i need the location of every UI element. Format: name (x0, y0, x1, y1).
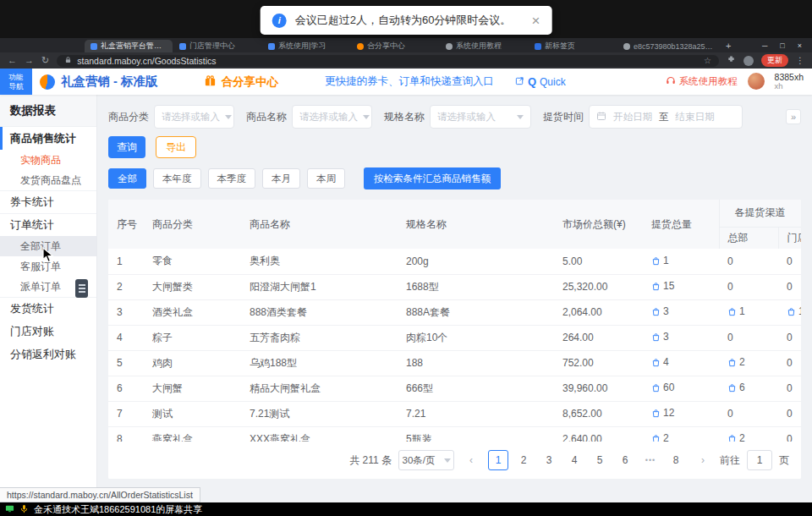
col-header-category: 商品分类 (144, 200, 241, 249)
sidebar-item[interactable]: 分销返利对账 (0, 343, 96, 365)
query-button[interactable]: 查询 (108, 136, 145, 158)
page-button[interactable]: 2 (513, 450, 534, 470)
quick-link[interactable]: Q Quick (515, 75, 566, 88)
page-button[interactable]: 3 (539, 450, 559, 470)
total-count: 共 211 条 (349, 453, 392, 468)
table-row: 1零食奥利奥200g5.00100 (108, 249, 801, 274)
category-label: 商品分类 (108, 110, 149, 124)
user-info[interactable]: 8385xh xh (775, 73, 804, 91)
browser-tab[interactable]: 合分享中心 (351, 40, 439, 52)
page-button[interactable]: 4 (564, 450, 584, 470)
page-button[interactable]: 5 (590, 450, 610, 470)
summary-button[interactable]: 按检索条件汇总商品销售额 (364, 167, 501, 189)
sidebar-item[interactable]: 券卡统计 (0, 190, 96, 213)
cell-hq: 0 (719, 249, 778, 274)
pickup-bag-icon (651, 332, 661, 342)
page-button[interactable]: 1 (488, 450, 508, 470)
prev-page-button[interactable]: ‹ (461, 450, 481, 470)
browser-update-button[interactable]: 更新 (761, 54, 788, 67)
sidebar-item[interactable]: 订单统计 (0, 213, 96, 236)
browser-profile-avatar[interactable] (743, 56, 754, 66)
tutorial-link[interactable]: 系统使用教程 (666, 75, 738, 88)
quick-filter-tab[interactable]: 本月 (262, 168, 300, 189)
sales-table: 序号 商品分类 商品名称 规格名称 市场价总额(¥) 提货总量 各提货渠道 总部… (108, 200, 801, 442)
tab-favicon-icon (91, 43, 97, 50)
product-name-select[interactable]: 请选择或输入 (292, 105, 372, 129)
pickup-bag-icon (651, 282, 661, 291)
bookmark-star-icon[interactable]: ☆ (704, 56, 711, 65)
sidebar-item[interactable]: 实物商品 (0, 150, 96, 170)
sidebar-item-label: 门店对账 (10, 324, 54, 339)
col-header-store: 门店 (778, 227, 801, 249)
url-field[interactable]: standard.maboy.cn/GoodsStatistics ☆ (57, 55, 719, 67)
browser-tab[interactable]: e8c573980b1328a258fd2e6t (617, 40, 721, 52)
page-size-select[interactable]: 30条/页 (398, 450, 454, 470)
mouse-cursor (42, 247, 54, 263)
browser-tab[interactable]: 系统使用教程 (440, 40, 528, 52)
date-range-picker[interactable]: 开始日期 至 结束日期 (589, 105, 743, 129)
user-avatar[interactable] (748, 73, 765, 90)
tab-favicon-icon (179, 43, 186, 50)
browser-tab-strip: 礼盒营销平台管理中心门店管理中心系统使用|学习合分享中心系统使用教程新标签页e8… (0, 38, 812, 52)
window-maximize-button[interactable]: □ (780, 41, 784, 50)
browser-tab[interactable]: 门店管理中心 (173, 40, 261, 52)
export-button[interactable]: 导出 (156, 136, 196, 158)
extensions-icon[interactable] (727, 55, 736, 66)
cell-spec: 200g (398, 249, 554, 274)
sidebar-item[interactable]: 门店对账 (0, 320, 96, 343)
info-icon: i (272, 14, 287, 28)
promo-link[interactable]: 更快捷的券卡、订单和快递查询入口 (325, 74, 494, 89)
quick-filter-tab[interactable]: 全部 (108, 168, 146, 189)
sidebar-item[interactable]: 商品销售统计 (0, 127, 96, 150)
browser-tab[interactable]: 系统使用|学习 (262, 40, 350, 52)
page-ellipsis[interactable]: ••• (640, 450, 661, 470)
reload-icon[interactable]: ↻ (41, 56, 49, 65)
cell-name: 7.21测试 (241, 401, 398, 426)
page-button[interactable]: 8 (666, 450, 686, 470)
sidebar-item-label: 客服订单 (20, 260, 61, 274)
cell-no: 1 (108, 249, 144, 274)
page-button[interactable]: 6 (615, 450, 635, 470)
table-row: 7测试7.21测试7.218,652.001200 (108, 401, 801, 426)
function-nav-toggle[interactable]: 功能 导航 (0, 69, 32, 95)
sidebar-item[interactable]: 发货统计 (0, 297, 96, 320)
cell-category: 测试 (144, 401, 241, 426)
quick-filter-tab[interactable]: 本年度 (153, 168, 201, 189)
next-page-button[interactable]: › (693, 450, 713, 470)
spec-select[interactable]: 请选择或输入 (430, 105, 531, 129)
toast-close-icon[interactable]: × (531, 14, 540, 28)
quick-filter-tab[interactable]: 本季度 (208, 168, 256, 189)
sidebar-drag-handle[interactable] (75, 279, 88, 298)
cell-pickup-total: 12 (643, 401, 719, 426)
cell-pickup-total: 1 (643, 249, 719, 274)
category-select[interactable]: 请选择或输入 (154, 105, 234, 129)
goto-page-input[interactable] (747, 450, 772, 470)
cell-no: 4 (108, 325, 144, 350)
sidebar-item-label: 实物商品 (20, 153, 61, 167)
cell-category: 零食 (144, 249, 241, 274)
cell-no: 6 (108, 376, 144, 401)
cell-spec: 666型 (398, 376, 554, 401)
collapse-panel-button[interactable]: » (786, 109, 801, 124)
quick-filter-tab[interactable]: 本周 (307, 168, 345, 189)
back-icon[interactable]: ← (8, 56, 17, 65)
forward-icon[interactable]: → (25, 56, 34, 65)
chevron-down-icon (517, 115, 524, 119)
cell-hq: 2 (719, 350, 778, 376)
window-minimize-button[interactable]: ─ (762, 41, 767, 50)
share-center-link[interactable]: 合分享中心 (204, 74, 278, 90)
sidebar-item[interactable]: 发货商品盘点 (0, 170, 96, 190)
new-tab-button[interactable]: + (726, 41, 731, 51)
browser-tab[interactable]: 礼盒营销平台管理中心 (85, 40, 173, 52)
browser-tab[interactable]: 新标签页 (529, 40, 617, 52)
cell-hq: 0 (719, 325, 778, 350)
tab-favicon-icon (535, 43, 541, 50)
cell-amount: 8,652.00 (554, 401, 643, 426)
product-name-label: 商品名称 (246, 110, 287, 124)
cell-no: 3 (108, 299, 144, 325)
cell-name: 888酒类套餐 (241, 299, 398, 325)
toast-text: 会议已超过2人，自动转为60分钟限时会议。 (295, 13, 512, 28)
pickup-bag-icon (651, 358, 661, 367)
browser-menu-icon[interactable]: ⋮ (796, 56, 804, 65)
window-close-button[interactable]: × (798, 41, 802, 50)
